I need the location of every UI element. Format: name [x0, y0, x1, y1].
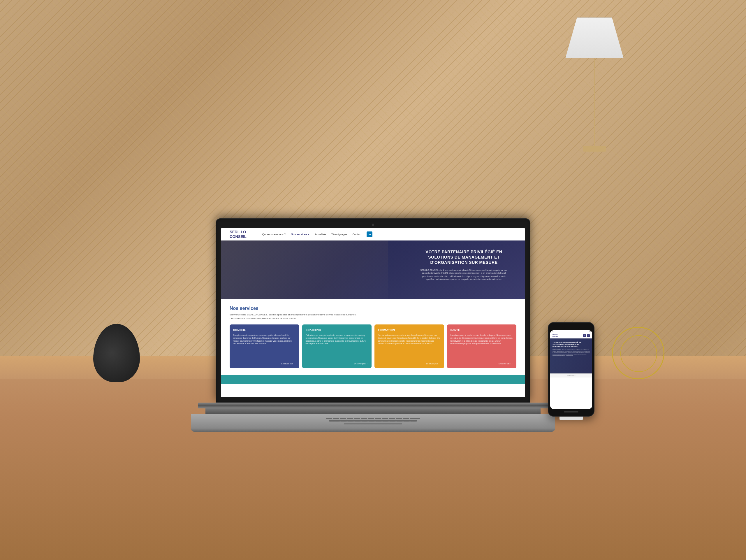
card-conseil-title: CONSEIL [233, 329, 296, 332]
card-formation-text: Nos formations sur mesure visent à renfo… [378, 334, 440, 345]
phone-hero: VOTRE PARTENAIRE PRIVILÉGIÉ EN SOLUTIONS… [550, 338, 592, 373]
card-coaching-text: Faites émerger votre plein potentiel ave… [306, 334, 368, 345]
phone-menu-icon[interactable]: ≡ [583, 334, 586, 337]
lamp-base [594, 58, 595, 146]
phone-notch [563, 326, 580, 329]
laptop-bottom-edge [191, 428, 555, 432]
hero-title: VOTRE PARTENAIRE PRIVILÉGIÉ EN SOLUTIONS… [420, 249, 508, 265]
phone-url-text: © sedillo-conseil.fr [567, 375, 576, 376]
services-title: Nos services [230, 306, 516, 311]
phone-url-bar: © sedillo-conseil.fr [550, 373, 592, 377]
hero-background-image [221, 241, 388, 299]
card-formation-link[interactable]: En savoir plus → [426, 363, 440, 365]
phone-nav-icons: ≡ in [583, 334, 590, 337]
services-description: Bienvenue chez SEDILLO CONSEIL, cabinet … [230, 313, 516, 316]
site-navigation: SEDILLO CONSEIL Qui sommes-nous ? Nos se… [221, 228, 525, 241]
laptop-base-area [205, 409, 541, 414]
laptop-camera [372, 224, 374, 226]
laptop-screen: SEDILLO CONSEIL Qui sommes-nous ? Nos se… [221, 228, 525, 397]
services-section: Nos services Bienvenue chez SEDILLO CONS… [221, 299, 525, 375]
phone-logo: SEDILLO CONSEIL [552, 334, 558, 337]
phone-stand [560, 417, 583, 420]
lamp-foot [583, 146, 606, 151]
phone-nav: SEDILLO CONSEIL ≡ in [550, 333, 592, 338]
nav-actualites[interactable]: Actualités [315, 233, 326, 236]
site-footer-bar [221, 375, 525, 384]
phone-hero-text: SEDILLO CONSEIL réunit une expérience de… [552, 349, 590, 356]
hero-subtitle: SEDILLO CONSEIL réunit une expérience de… [420, 269, 508, 281]
card-sante-title: SANTÉ [451, 329, 513, 332]
phone-screen: 9:41 ●●● SEDILLO CONSEIL ≡ in [550, 330, 592, 409]
card-conseil-text: Comptez sur notre expérience pour vous g… [233, 334, 296, 345]
phone-home-indicator[interactable] [564, 411, 578, 413]
service-card-coaching[interactable]: COACHING Faites émerger votre plein pote… [302, 325, 372, 368]
desk-lamp [565, 18, 624, 151]
nav-temoignages[interactable]: Témoignages [331, 233, 347, 236]
laptop-screen-outer: SEDILLO CONSEIL Qui sommes-nous ? Nos se… [216, 218, 530, 402]
speaker-body [93, 324, 140, 382]
card-sante-link[interactable]: En savoir plus → [498, 363, 513, 365]
card-formation-title: FORMATION [378, 329, 440, 332]
keyboard-row-1 [326, 418, 420, 419]
phone-status-bar: 9:41 ●●● [550, 330, 592, 333]
phone-body: 9:41 ●●● SEDILLO CONSEIL ≡ in [548, 322, 595, 417]
keyboard-row-2 [329, 420, 417, 422]
phone-hero-title: VOTRE PARTENAIRE PRIVILÉGIÉ EN SOLUTIONS… [552, 341, 590, 347]
nav-links: Qui sommes-nous ? Nos services Actualité… [262, 231, 373, 237]
laptop-hinge [198, 402, 548, 409]
phone-linkedin-icon[interactable]: in [587, 334, 590, 337]
nav-nos-services[interactable]: Nos services [291, 233, 310, 236]
site-logo: SEDILLO CONSEIL [230, 230, 247, 239]
website-content: SEDILLO CONSEIL Qui sommes-nous ? Nos se… [221, 228, 525, 397]
service-card-formation[interactable]: FORMATION Nos formations sur mesure vise… [374, 325, 444, 368]
hero-content: VOTRE PARTENAIRE PRIVILÉGIÉ EN SOLUTIONS… [420, 249, 508, 281]
card-conseil-link[interactable]: En savoir plus → [281, 363, 295, 365]
card-coaching-title: COACHING [306, 329, 368, 332]
nav-qui-sommes-nous[interactable]: Qui sommes-nous ? [262, 233, 286, 236]
phone-time: 9:41 [552, 331, 554, 332]
laptop-bottom-chassis [191, 414, 555, 428]
service-card-sante[interactable]: SANTÉ Investissez dans le capital humain… [447, 325, 517, 368]
wire-deco-inner [612, 327, 664, 379]
phone-signal: ●●● [589, 331, 591, 332]
service-card-conseil[interactable]: CONSEIL Comptez sur notre expérience pou… [230, 325, 299, 368]
nav-linkedin-icon[interactable]: in [367, 231, 372, 237]
wire-decoration [612, 327, 664, 379]
services-cards-container: CONSEIL Comptez sur notre expérience pou… [230, 325, 516, 368]
smart-speaker [90, 324, 143, 388]
lamp-shade [565, 18, 624, 58]
phone: 9:41 ●●● SEDILLO CONSEIL ≡ in [548, 322, 595, 420]
hero-section: VOTRE PARTENAIRE PRIVILÉGIÉ EN SOLUTIONS… [221, 241, 525, 299]
nav-contact[interactable]: Contact [352, 233, 361, 236]
card-coaching-link[interactable]: En savoir plus → [354, 363, 368, 365]
services-subdescription: Découvrez nos domaines d'expertise au se… [230, 317, 516, 320]
trackpad[interactable] [344, 423, 402, 424]
card-sante-text: Investissez dans le capital humain de vo… [451, 334, 513, 345]
laptop: SEDILLO CONSEIL Qui sommes-nous ? Nos se… [186, 218, 560, 432]
